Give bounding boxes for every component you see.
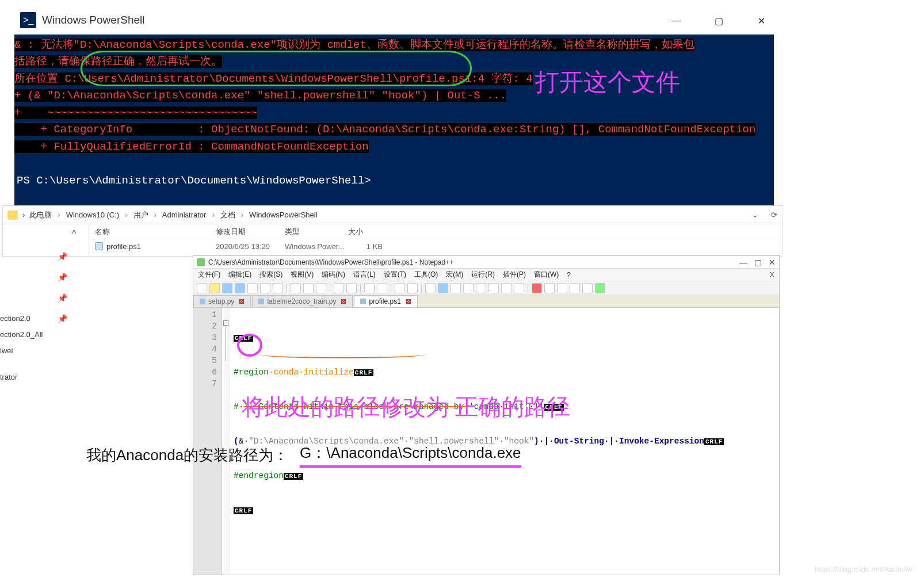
col-name[interactable]: 名称 xyxy=(89,227,216,237)
explorer-column-headers[interactable]: 名称 修改日期 类型 大小 xyxy=(89,224,782,239)
toolbar-separator xyxy=(287,284,287,293)
copy-icon[interactable] xyxy=(303,283,314,293)
new-file-icon[interactable] xyxy=(197,283,207,293)
crumb-users[interactable]: 用户 xyxy=(133,210,148,220)
tab-setup-py[interactable]: setup.py⊠ xyxy=(193,295,251,307)
powershell-titlebar[interactable]: >_ Windows PowerShell — ▢ ✕ xyxy=(14,6,774,35)
nav-up-icon[interactable]: ^ xyxy=(72,229,77,239)
func-list-icon[interactable] xyxy=(501,283,511,293)
zoom-out-icon[interactable] xyxy=(407,283,418,293)
find-icon[interactable] xyxy=(364,283,375,293)
record-macro-icon[interactable] xyxy=(532,283,542,293)
tab-close-icon[interactable]: ⊠ xyxy=(239,297,245,305)
menu-help[interactable]: ? xyxy=(567,271,571,279)
show-all-icon[interactable] xyxy=(450,283,461,293)
crumb-drive[interactable]: Windows10 (C:) xyxy=(66,211,119,219)
crumb-docs[interactable]: 文档 xyxy=(220,210,235,220)
explorer-sidebar[interactable]: ^ xyxy=(3,224,89,256)
sidebar-item[interactable]: trator xyxy=(0,369,43,385)
file-date: 2020/6/25 13:29 xyxy=(216,242,285,251)
table-row[interactable]: profile.ps1 2020/6/25 13:29 Windows Powe… xyxy=(89,239,782,253)
menu-settings[interactable]: 设置(T) xyxy=(384,270,406,280)
notepadpp-toolbar[interactable] xyxy=(193,281,779,295)
close-button[interactable]: ✕ xyxy=(769,258,776,267)
tab-profile-ps1[interactable]: profile.ps1⊠ xyxy=(354,295,417,307)
replace-icon[interactable] xyxy=(377,283,387,293)
notepadpp-menubar[interactable]: 文件(F) 编辑(E) 搜索(S) 视图(V) 编码(N) 语言(L) 设置(T… xyxy=(193,269,779,281)
print-icon[interactable] xyxy=(273,283,283,293)
menu-file[interactable]: 文件(F) xyxy=(198,270,220,280)
stop-macro-icon[interactable] xyxy=(544,283,555,293)
maximize-button[interactable]: ▢ xyxy=(754,258,762,267)
menu-edit[interactable]: 编辑(E) xyxy=(228,270,251,280)
pin-icon[interactable]: 📌 xyxy=(58,314,81,323)
col-date[interactable]: 修改日期 xyxy=(216,227,285,237)
doc-map-icon[interactable] xyxy=(488,283,499,293)
pin-icon[interactable]: 📌 xyxy=(58,252,81,261)
menu-macro[interactable]: 宏(M) xyxy=(446,270,463,280)
menu-run[interactable]: 运行(R) xyxy=(471,270,495,280)
fold-minus-icon[interactable]: − xyxy=(223,320,228,326)
save-macro-icon[interactable] xyxy=(582,283,593,293)
bottom-note: 我的Anaconda的安装路径为： G：\Anaconda\Scripts\co… xyxy=(86,443,521,468)
crumb-thispc[interactable]: 此电脑 xyxy=(29,210,52,220)
notepadpp-editor[interactable]: 1234567 − CRLF #region·conda·initializeC… xyxy=(193,308,779,575)
zoom-in-icon[interactable] xyxy=(395,283,405,293)
maximize-button[interactable]: ▢ xyxy=(706,12,731,30)
close-button[interactable]: ✕ xyxy=(749,12,774,30)
col-type[interactable]: 类型 xyxy=(285,227,348,237)
pin-icon[interactable]: 📌 xyxy=(58,293,81,303)
tab-close-icon[interactable]: ⊠ xyxy=(341,297,346,305)
close-all-icon[interactable] xyxy=(260,283,270,293)
file-explorer: › 此电脑› Windows10 (C:)› 用户› Administrator… xyxy=(2,205,782,257)
explorer-address-bar[interactable]: › 此电脑› Windows10 (C:)› 用户› Administrator… xyxy=(3,206,782,224)
open-file-icon[interactable] xyxy=(209,283,220,293)
fold-gutter[interactable]: − xyxy=(222,308,230,575)
sidebar-item[interactable]: ection2.0 xyxy=(0,311,43,327)
address-dropdown-icon[interactable]: ⌄ xyxy=(752,211,758,219)
indent-guide-icon[interactable] xyxy=(463,283,474,293)
refresh-icon[interactable]: ⟳ xyxy=(763,211,777,219)
save-icon[interactable] xyxy=(222,283,232,293)
crumb-admin[interactable]: Administrator xyxy=(162,211,207,219)
file-name: profile.ps1 xyxy=(106,242,141,251)
notepadpp-titlebar[interactable]: C:\Users\Administrator\Documents\Windows… xyxy=(193,256,779,269)
powershell-console[interactable]: & : 无法将"D:\Anaconda\Scripts\conda.exe"项识… xyxy=(14,35,774,207)
tab-close-icon[interactable]: ⊠ xyxy=(406,297,411,305)
crumb-wps[interactable]: WindowsPowerShell xyxy=(249,211,318,219)
code-area[interactable]: CRLF #region·conda·initializeCRLF #·!!·C… xyxy=(230,308,727,575)
menu-window[interactable]: 窗口(W) xyxy=(534,270,559,280)
col-size[interactable]: 大小 xyxy=(348,227,394,237)
menu-view[interactable]: 视图(V) xyxy=(291,270,314,280)
menu-close-x[interactable]: X xyxy=(770,271,774,279)
powershell-window: >_ Windows PowerShell — ▢ ✕ & : 无法将"D:\A… xyxy=(14,6,774,207)
lang-icon[interactable] xyxy=(476,283,486,293)
sidebar-item[interactable]: iwei xyxy=(0,343,43,359)
folder-workspace-icon[interactable] xyxy=(514,283,524,293)
error-line-2: 括路径，请确保路径正确，然后再试一次。 xyxy=(14,55,222,68)
pin-icon[interactable]: 📌 xyxy=(58,273,81,282)
cut-icon[interactable] xyxy=(291,283,301,293)
menu-tools[interactable]: 工具(O) xyxy=(414,270,438,280)
breadcrumb[interactable]: 此电脑› Windows10 (C:)› 用户› Administrator› … xyxy=(29,210,317,220)
paste-icon[interactable] xyxy=(316,283,326,293)
menu-plugins[interactable]: 插件(P) xyxy=(503,270,526,280)
play-multi-icon[interactable] xyxy=(570,283,580,293)
sync-v-icon[interactable] xyxy=(425,283,436,293)
close-file-icon[interactable] xyxy=(247,283,258,293)
minimize-button[interactable]: — xyxy=(663,12,689,30)
monitor-icon[interactable] xyxy=(595,283,605,293)
minimize-button[interactable]: — xyxy=(739,258,747,267)
menu-encoding[interactable]: 编码(N) xyxy=(322,270,345,280)
menu-lang[interactable]: 语言(L) xyxy=(353,270,376,280)
wrap-icon[interactable] xyxy=(438,283,448,293)
tab-labelme2coco[interactable]: labelme2coco_train.py⊠ xyxy=(252,295,353,307)
menu-search[interactable]: 搜索(S) xyxy=(259,270,282,280)
redo-icon[interactable] xyxy=(346,283,357,293)
play-macro-icon[interactable] xyxy=(557,283,567,293)
notepadpp-tabs[interactable]: setup.py⊠ labelme2coco_train.py⊠ profile… xyxy=(193,295,779,308)
save-all-icon[interactable] xyxy=(235,283,245,293)
crlf-marker: CRLF xyxy=(234,507,253,514)
sidebar-item[interactable]: ection2.0_All xyxy=(0,327,43,343)
undo-icon[interactable] xyxy=(334,283,344,293)
